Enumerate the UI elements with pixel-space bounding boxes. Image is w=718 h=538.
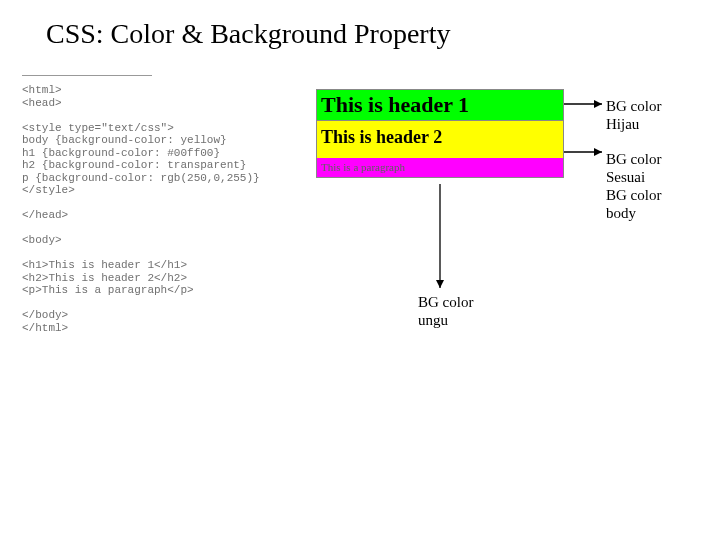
annotation-hijau: BG color Hijau	[606, 97, 661, 133]
render-p: This is a paragraph	[317, 158, 563, 177]
annotation-line: BG color	[606, 97, 661, 115]
arrow-hijau	[560, 96, 606, 112]
svg-marker-5	[436, 280, 444, 288]
arrow-sesuai	[560, 144, 606, 160]
annotation-ungu: BG color ungu	[418, 293, 473, 329]
arrow-ungu	[432, 180, 448, 292]
render-preview: This is header 1 This is header 2 This i…	[316, 89, 564, 178]
annotation-sesuai: BG color Sesuai BG color body	[606, 150, 661, 222]
svg-marker-3	[594, 148, 602, 156]
annotation-line: BG color	[606, 150, 661, 168]
annotation-line: ungu	[418, 311, 473, 329]
render-h1: This is header 1	[317, 90, 563, 121]
divider-line	[22, 75, 152, 76]
annotation-line: Sesuai	[606, 168, 661, 186]
code-example: <html> <head> <style type="text/css"> bo…	[22, 84, 302, 334]
svg-marker-1	[594, 100, 602, 108]
annotation-line: Hijau	[606, 115, 661, 133]
annotation-line: body	[606, 204, 661, 222]
page-title: CSS: Color & Background Property	[46, 18, 450, 50]
render-body: This is header 1 This is header 2 This i…	[317, 90, 563, 177]
annotation-line: BG color	[606, 186, 661, 204]
render-h2: This is header 2	[317, 121, 563, 158]
annotation-line: BG color	[418, 293, 473, 311]
